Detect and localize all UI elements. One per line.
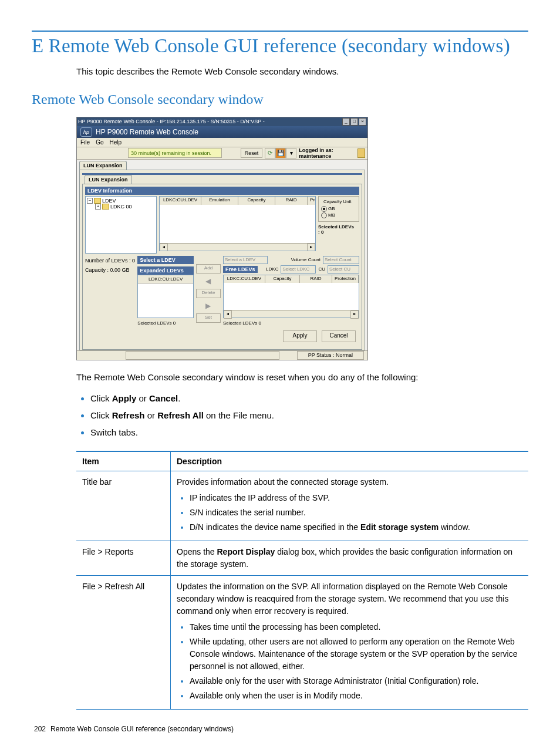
text: on the File menu. xyxy=(204,410,274,420)
text-bold: Apply xyxy=(112,393,137,403)
maximize-icon[interactable]: □ xyxy=(350,118,358,126)
select-ldev-bar: Select a LDEV xyxy=(137,256,194,264)
capacity-unit-group: Capacity Unit GB MB xyxy=(318,196,359,222)
expanded-list-header[interactable]: LDKC:CU:LDEV xyxy=(138,275,193,283)
text-bold: Refresh All xyxy=(157,410,204,420)
list-item: Click Refresh or Refresh All on the File… xyxy=(90,407,528,424)
text: . xyxy=(178,393,180,403)
text-bold: Edit storage system xyxy=(360,522,438,532)
list-item: Available only when the user is in Modif… xyxy=(190,690,522,702)
reset-button[interactable]: Reset xyxy=(241,148,263,158)
grid-col-emulation[interactable]: Emulation xyxy=(201,197,238,205)
brand-title: HP P9000 Remote Web Console xyxy=(96,128,198,136)
close-icon[interactable]: × xyxy=(359,118,366,126)
folder-icon xyxy=(102,204,109,210)
scroll-right-icon[interactable]: ▸ xyxy=(350,310,359,319)
list-item: Switch tabs. xyxy=(90,424,528,441)
table-desc: Provides information about the connected… xyxy=(171,471,529,541)
list-item: D/N indicates the device name specified … xyxy=(190,521,522,534)
grid-col-ldkc[interactable]: LDKC:CU:LDEV xyxy=(160,197,201,205)
tab-lun-expansion-inner[interactable]: LUN Expansion xyxy=(85,175,132,184)
text-bold: Cancel xyxy=(149,393,178,403)
status-bar: PP Status : Normal xyxy=(77,350,367,360)
volume-count-label: Volume Count xyxy=(291,257,321,262)
refresh-icon[interactable]: ⟳ xyxy=(265,148,275,158)
add-button[interactable]: Add xyxy=(196,264,221,274)
table-desc: Opens the Report Display dialog box, whi… xyxy=(171,541,529,576)
table-row: File > Reports Opens the Report Display … xyxy=(76,541,528,576)
menu-bar: File Go Help xyxy=(77,138,367,147)
window-titlebar: HP P9000 Remote Web Console - IP:158.214… xyxy=(77,117,367,126)
list-item: Click Apply or Cancel. xyxy=(90,390,528,407)
scroll-left-icon[interactable]: ◂ xyxy=(224,310,232,319)
free-col-protection[interactable]: Protection xyxy=(332,275,359,283)
text: Click xyxy=(90,410,112,420)
ldev-grid[interactable]: LDKC:CU:LDEV Emulation Capacity RAID Pro… xyxy=(159,196,316,251)
expanded-ldevs-bar: Expanded LDEVs xyxy=(137,266,194,275)
ldkc-dropdown[interactable]: Select LDKC xyxy=(281,265,316,274)
arrow-right-icon: ▶ xyxy=(205,302,211,310)
menu-help[interactable]: Help xyxy=(109,139,122,146)
text: D/N indicates the device name specified … xyxy=(190,522,360,532)
stat-capacity: Capacity : 0.00 GB xyxy=(85,265,135,275)
page-title: E Remote Web Console GUI reference (seco… xyxy=(32,35,528,57)
select-ldev-dropdown[interactable]: Select a LDEV xyxy=(223,256,268,264)
text: Provides information about the connected… xyxy=(177,477,389,487)
radio-mb[interactable] xyxy=(321,212,327,218)
text: Updates the information on the SVP. All … xyxy=(177,582,508,616)
session-timer: 30 minute(s) remaining in session. xyxy=(128,148,222,158)
free-col-raid[interactable]: RAID xyxy=(300,275,332,283)
login-status: Logged in as: maintenance xyxy=(299,147,353,159)
reference-table: Item Description Title bar Provides info… xyxy=(76,451,528,710)
scroll-right-icon[interactable]: ▸ xyxy=(307,244,315,251)
list-item: S/N indicates the serial number. xyxy=(190,507,522,519)
select-count-dropdown[interactable]: Select Count xyxy=(323,256,359,264)
tree-child-label[interactable]: LDKC 00 xyxy=(110,204,132,210)
radio-gb[interactable] xyxy=(321,206,327,212)
text: Click xyxy=(90,393,112,403)
free-ldevs-bar: Free LDEVs xyxy=(223,266,258,273)
save-icon[interactable]: 💾 xyxy=(275,148,286,158)
cu-dropdown[interactable]: Select CU xyxy=(328,265,359,274)
radio-mb-label: MB xyxy=(328,212,335,218)
footer-text: Remote Web Console GUI reference (second… xyxy=(50,725,234,733)
text: window. xyxy=(438,522,470,532)
stat-num-ldevs: Number of LDEVs : 0 xyxy=(85,256,135,265)
menu-go[interactable]: Go xyxy=(96,139,103,146)
tree-root-label[interactable]: LDEV xyxy=(102,198,116,204)
page-number: 202 xyxy=(34,725,46,733)
grid-col-raid[interactable]: RAID xyxy=(275,197,308,205)
section-heading: Remote Web Console secondary window xyxy=(32,92,528,107)
dropdown-icon[interactable]: ▾ xyxy=(286,148,296,158)
free-col-capacity[interactable]: Capacity xyxy=(265,275,300,283)
scroll-left-icon[interactable]: ◂ xyxy=(160,244,168,251)
intro-text: This topic describes the Remote Web Cons… xyxy=(76,65,528,79)
grid-col-capacity[interactable]: Capacity xyxy=(238,197,275,205)
capacity-unit-label: Capacity Unit xyxy=(322,199,353,204)
tab-lun-expansion-outer[interactable]: LUN Expansion xyxy=(79,161,127,170)
hp-logo-icon: hp xyxy=(80,127,92,137)
free-col-ldkc[interactable]: LDKC:CU:LDEV xyxy=(224,275,265,283)
expanded-ldevs-list[interactable]: LDKC:CU:LDEV xyxy=(137,275,194,318)
delete-button[interactable]: Delete xyxy=(196,289,221,298)
cu-label: CU xyxy=(318,266,325,272)
lock-icon[interactable] xyxy=(357,148,365,158)
page-footer: 202 Remote Web Console GUI reference (se… xyxy=(32,725,528,733)
free-ldevs-grid[interactable]: LDKC:CU:LDEV Capacity RAID Protection ◂ … xyxy=(223,275,359,318)
grid-col-protect[interactable]: Protec xyxy=(308,197,316,205)
set-button[interactable]: Set xyxy=(196,313,221,323)
cancel-button[interactable]: Cancel xyxy=(322,330,356,342)
selected-ldevs-right: Selected LDEVs 0 xyxy=(223,320,359,326)
reset-bullet-list: Click Apply or Cancel. Click Refresh or … xyxy=(76,390,528,440)
selected-ldevs-side-value: : 0 xyxy=(318,229,323,235)
tree-collapse-icon[interactable]: − xyxy=(87,198,93,204)
apply-button[interactable]: Apply xyxy=(283,330,317,342)
text: or xyxy=(136,393,149,403)
ldev-tree[interactable]: − LDEV + LDKC 00 xyxy=(85,196,157,254)
minimize-icon[interactable]: _ xyxy=(342,118,350,126)
reset-intro: The Remote Web Console secondary window … xyxy=(76,371,528,384)
text: or xyxy=(145,410,158,420)
top-rule xyxy=(32,31,528,32)
tree-expand-icon[interactable]: + xyxy=(95,204,101,210)
menu-file[interactable]: File xyxy=(80,139,90,146)
